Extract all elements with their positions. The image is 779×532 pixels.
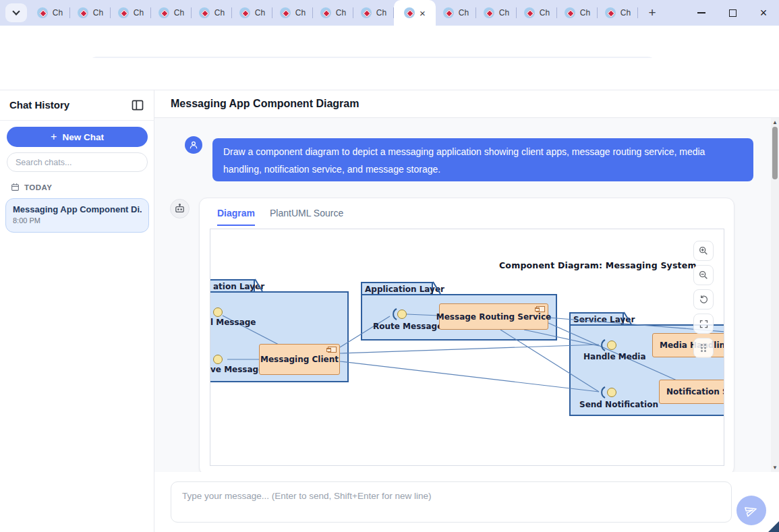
interface-label: Handle Media <box>583 352 646 361</box>
tab-title: Ch <box>376 8 386 18</box>
date-section-label: TODAY <box>24 183 53 191</box>
chat-history-sidebar: Chat History + New Chat TODAY Messaging … <box>0 90 154 532</box>
app-header: Chatbot Visual Paradigm AI Assistant for… <box>0 58 779 90</box>
browser-tab[interactable]: Ch <box>313 0 353 26</box>
component-message-routing-service: Message Routing Service <box>439 303 548 330</box>
tab-title: Ch <box>214 8 225 18</box>
browser-tab[interactable]: Ch <box>30 0 70 26</box>
visual-paradigm-favicon-icon <box>524 7 535 18</box>
tab-diagram[interactable]: Diagram <box>217 208 255 226</box>
window-controls: × <box>686 0 779 26</box>
visual-paradigm-favicon-icon <box>605 7 616 18</box>
tab-title: Ch <box>93 8 103 18</box>
tab-title: Ch <box>621 8 631 18</box>
tab-title: Ch <box>499 8 509 18</box>
interface-label: l Message <box>210 318 256 327</box>
visual-paradigm-favicon-icon <box>199 7 210 18</box>
tab-title: Ch <box>255 8 265 18</box>
close-icon: × <box>760 7 768 19</box>
conversation-title: Messaging App Component Diagram <box>171 98 359 110</box>
message-composer <box>154 472 779 532</box>
visual-paradigm-favicon-icon <box>565 7 575 18</box>
visual-paradigm-favicon-icon <box>280 7 291 18</box>
diagram-viewport[interactable]: Component Diagram: Messaging System atio… <box>210 229 724 466</box>
browser-toolbar: ai-toolbox.visual-paradigm.com/app/chatb… <box>0 26 779 58</box>
fullscreen-button[interactable] <box>693 314 714 334</box>
browser-tab[interactable]: Ch <box>111 0 151 26</box>
collapse-sidebar-icon[interactable] <box>131 98 144 112</box>
browser-tab[interactable]: Ch <box>151 0 192 26</box>
zoom-out-button[interactable] <box>693 265 714 285</box>
tab-list: ChChChChChChChChCh×ChChChChCh <box>30 0 638 26</box>
tab-title: Ch <box>53 8 63 18</box>
component-notification-service: Notification Serv <box>659 380 724 404</box>
tab-title: Ch <box>580 8 590 18</box>
new-chat-label: New Chat <box>62 132 104 142</box>
tab-search-button[interactable] <box>5 3 27 22</box>
chat-item-time: 8:00 PM <box>13 216 142 225</box>
visual-paradigm-favicon-icon <box>404 7 415 18</box>
chevron-down-icon <box>12 7 20 15</box>
drag-handle-button[interactable] <box>693 338 714 358</box>
reset-view-button[interactable] <box>693 289 714 309</box>
scroll-down-arrow[interactable]: ▼ <box>771 465 779 471</box>
browser-tab[interactable]: Ch <box>192 0 232 26</box>
browser-tab[interactable]: Ch <box>272 0 313 26</box>
visual-paradigm-favicon-icon <box>361 7 372 18</box>
user-message-bubble: Draw a component diagram to depict a mes… <box>212 138 753 181</box>
interface-ball-route <box>397 309 407 319</box>
zoom-in-button[interactable] <box>693 241 714 261</box>
tab-title: Ch <box>336 8 346 18</box>
visual-paradigm-favicon-icon <box>443 7 454 18</box>
browser-tab[interactable]: Ch <box>353 0 394 26</box>
browser-tab[interactable]: Ch <box>557 0 598 26</box>
tab-title: Ch <box>295 8 306 18</box>
browser-tab-active[interactable]: × <box>394 0 436 26</box>
visual-paradigm-favicon-icon <box>78 7 88 18</box>
sidebar-title: Chat History <box>9 99 69 111</box>
visual-paradigm-favicon-icon <box>37 7 48 18</box>
tab-plantuml-source[interactable]: PlantUML Source <box>270 208 343 218</box>
vertical-scrollbar[interactable]: ▲ ▼ <box>771 118 779 472</box>
close-button[interactable]: × <box>748 0 779 26</box>
visual-paradigm-favicon-icon <box>158 7 169 18</box>
component-icon <box>328 347 337 353</box>
tab-title: Ch <box>540 8 550 18</box>
send-button[interactable] <box>737 496 766 525</box>
chat-item-title: Messaging App Component Di... <box>13 204 142 214</box>
browser-tab[interactable]: Ch <box>476 0 517 26</box>
paper-plane-icon <box>743 502 759 519</box>
interface-label: Send Notification <box>579 400 658 409</box>
bot-avatar <box>170 199 190 218</box>
minimize-button[interactable] <box>686 0 717 26</box>
chat-history-item[interactable]: Messaging App Component Di... 8:00 PM <box>5 198 149 233</box>
date-section-header: TODAY <box>11 183 53 191</box>
chat-scroll-area[interactable]: Draw a component diagram to depict a mes… <box>154 118 771 472</box>
interface-ball-notify <box>607 388 616 397</box>
new-chat-button[interactable]: + New Chat <box>7 127 148 147</box>
browser-window: ChChChChChChChChCh×ChChChChCh + × ai-too… <box>0 0 779 532</box>
interface-ball-1 <box>213 307 223 317</box>
visual-paradigm-favicon-icon <box>118 7 129 18</box>
bot-response-card: Diagram PlantUML Source Component Diagra… <box>199 198 734 472</box>
browser-tab[interactable]: Ch <box>70 0 111 26</box>
calendar-icon <box>11 183 20 191</box>
interface-ball-2 <box>213 355 223 364</box>
browser-tab[interactable]: Ch <box>436 0 476 26</box>
browser-tab[interactable]: Ch <box>517 0 557 26</box>
interface-ball-media <box>607 341 616 350</box>
user-avatar <box>185 136 202 154</box>
scrollbar-thumb[interactable] <box>772 127 778 179</box>
new-tab-button[interactable]: + <box>642 3 662 23</box>
tab-title: Ch <box>134 8 144 18</box>
component-icon <box>536 306 545 312</box>
message-input[interactable] <box>171 481 732 523</box>
browser-tab[interactable]: Ch <box>598 0 638 26</box>
browser-tab[interactable]: Ch <box>232 0 272 26</box>
tab-close-icon[interactable]: × <box>420 8 426 18</box>
minimize-icon <box>697 12 705 13</box>
search-chats-input[interactable] <box>7 152 148 172</box>
divider <box>0 120 154 121</box>
scroll-up-arrow[interactable]: ▲ <box>771 119 779 125</box>
maximize-button[interactable] <box>717 0 748 26</box>
